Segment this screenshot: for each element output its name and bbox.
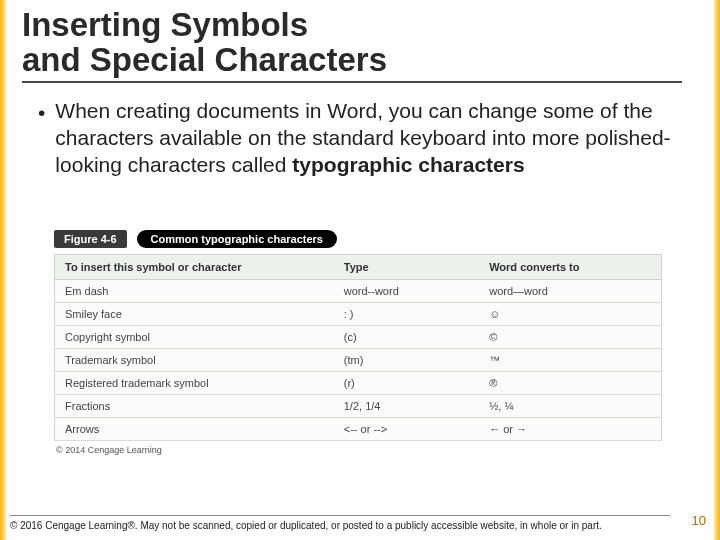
cell: word--word [334,280,479,302]
body-content: • When creating documents in Word, you c… [38,98,678,179]
cell: ® [479,372,661,394]
cell: word—word [479,280,661,302]
cell: Trademark symbol [55,349,334,371]
title-line-1: Inserting Symbols [22,6,308,43]
cell: Copyright symbol [55,326,334,348]
cell: Smiley face [55,303,334,325]
slide-title: Inserting Symbols and Special Characters [22,8,682,83]
decorative-border-right [714,0,720,540]
cell: ← or → [479,418,661,440]
table-header: To insert this symbol or character Type … [54,254,662,280]
header-col-2: Type [334,255,479,279]
cell: ½, ¼ [479,395,661,417]
table-row: Copyright symbol(c)© [54,326,662,349]
bullet-text-bold: typographic characters [292,153,524,176]
cell: 1/2, 1/4 [334,395,479,417]
table-row: Trademark symbol(tm)™ [54,349,662,372]
header-col-1: To insert this symbol or character [55,255,334,279]
table-row: Smiley face: )☺ [54,303,662,326]
figure-table: To insert this symbol or character Type … [54,254,662,441]
header-col-3: Word converts to [479,255,661,279]
figure-label: Figure 4-6 [54,230,127,248]
cell: © [479,326,661,348]
slide: Inserting Symbols and Special Characters… [0,0,720,540]
table-row: Fractions1/2, 1/4½, ¼ [54,395,662,418]
figure-box: Figure 4-6 Common typographic characters… [54,230,662,455]
table-row: Arrows<-- or -->← or → [54,418,662,441]
cell: ™ [479,349,661,371]
cell: (c) [334,326,479,348]
cell: Arrows [55,418,334,440]
figure-label-row: Figure 4-6 Common typographic characters [54,230,662,248]
table-row: Registered trademark symbol(r)® [54,372,662,395]
bullet-text: When creating documents in Word, you can… [55,98,678,179]
cell: <-- or --> [334,418,479,440]
cell: Fractions [55,395,334,417]
figure-attribution: © 2014 Cengage Learning [54,445,662,455]
footer-copyright: © 2016 Cengage Learning®. May not be sca… [10,515,670,533]
cell: (tm) [334,349,479,371]
bullet-dot: • [38,98,45,179]
cell: ☺ [479,303,661,325]
title-line-2: and Special Characters [22,41,387,78]
cell: : ) [334,303,479,325]
cell: (r) [334,372,479,394]
figure-title: Common typographic characters [137,230,337,248]
bullet-item: • When creating documents in Word, you c… [38,98,678,179]
cell: Em dash [55,280,334,302]
cell: Registered trademark symbol [55,372,334,394]
page-number: 10 [692,513,706,528]
decorative-border-left [0,0,6,540]
table-row: Em dashword--wordword—word [54,280,662,303]
